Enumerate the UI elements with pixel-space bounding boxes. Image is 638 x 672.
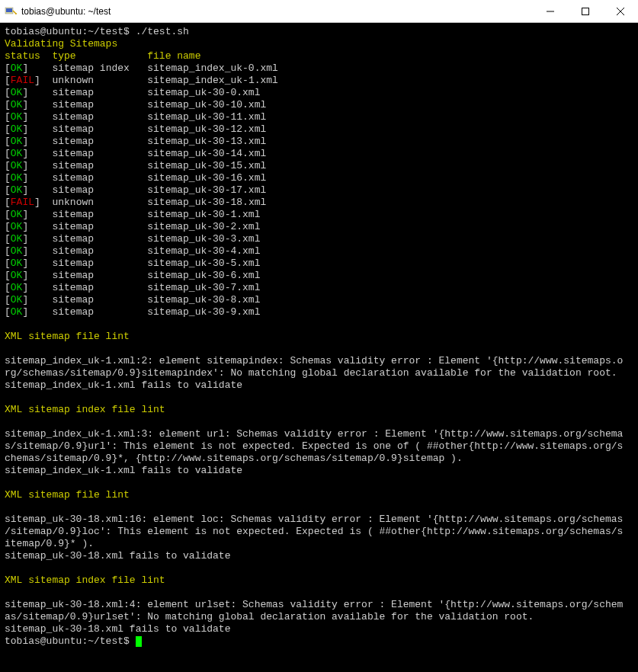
status-row: [OK] sitemap sitemap_uk-30-2.xml <box>5 221 260 232</box>
status-row: [OK] sitemap sitemap_uk-30-9.xml <box>5 306 260 318</box>
error-message: itemap/0.9}* ). <box>5 538 94 549</box>
window-buttons <box>533 0 638 22</box>
svg-rect-1 <box>6 8 12 12</box>
status-row: [FAIL] unknown sitemap_uk-30-18.xml <box>5 197 266 208</box>
error-message: sitemap_index_uk-1.xml:2: element sitema… <box>5 355 623 366</box>
status-row: [FAIL] unknown sitemap_index_uk-1.xml <box>5 75 278 86</box>
status-row: [OK] sitemap sitemap_uk-30-1.xml <box>5 209 260 220</box>
status-row: [OK] sitemap sitemap_uk-30-14.xml <box>5 148 266 159</box>
status-row: [OK] sitemap index sitemap_index_uk-0.xm… <box>5 62 278 74</box>
cursor <box>136 636 142 647</box>
error-message: rg/schemas/sitemap/0.9}sitemapindex': No… <box>5 367 617 379</box>
error-message: sitemap_index_uk-1.xml:3: element url: S… <box>5 428 623 440</box>
status-row: [OK] sitemap sitemap_uk-30-16.xml <box>5 172 266 184</box>
status-row: [OK] sitemap sitemap_uk-30-3.xml <box>5 233 260 245</box>
status-row: [OK] sitemap sitemap_uk-30-4.xml <box>5 245 260 257</box>
close-button[interactable] <box>603 0 638 22</box>
error-message: as/sitemap/0.9}urlset': No matching glob… <box>5 611 534 622</box>
prompt: tobias@ubuntu:~/test$ <box>5 26 136 37</box>
status-row: [OK] sitemap sitemap_uk-30-15.xml <box>5 160 266 171</box>
window-titlebar: tobias@ubuntu: ~/test <box>0 0 638 23</box>
status-row: [OK] sitemap sitemap_uk-30-17.xml <box>5 184 266 196</box>
status-row: [OK] sitemap sitemap_uk-30-11.xml <box>5 111 266 123</box>
prompt: tobias@ubuntu:~/test$ <box>5 635 136 647</box>
status-row: [OK] sitemap sitemap_uk-30-5.xml <box>5 258 260 269</box>
status-row: [OK] sitemap sitemap_uk-30-13.xml <box>5 136 266 147</box>
status-row: [OK] sitemap sitemap_uk-30-8.xml <box>5 294 260 306</box>
error-message: /sitemap/0.9}loc': This element is not e… <box>5 526 623 537</box>
error-message: sitemap_uk-30-18.xml:16: element loc: Sc… <box>5 514 623 525</box>
putty-icon <box>5 5 17 18</box>
lint-heading: XML sitemap file lint <box>5 489 130 501</box>
lint-heading: XML sitemap index file lint <box>5 574 165 586</box>
window-title: tobias@ubuntu: ~/test <box>21 6 533 17</box>
status-row: [OK] sitemap sitemap_uk-30-12.xml <box>5 123 266 135</box>
error-message: sitemap_uk-30-18.xml fails to validate <box>5 550 230 562</box>
error-message: sitemap_uk-30-18.xml fails to validate <box>5 623 230 635</box>
terminal[interactable]: tobias@ubuntu:~/test$ ./test.sh Validati… <box>0 23 638 672</box>
error-message: sitemap_index_uk-1.xml fails to validate <box>5 465 242 476</box>
svg-point-3 <box>15 13 17 14</box>
status-row: [OK] sitemap sitemap_uk-30-10.xml <box>5 99 266 110</box>
header-row: status type file name <box>5 50 200 62</box>
lint-heading: XML sitemap index file lint <box>5 404 165 415</box>
error-message: chemas/sitemap/0.9}*, {http://www.sitema… <box>5 453 463 464</box>
error-message: s/sitemap/0.9}url': This element is not … <box>5 440 623 452</box>
error-message: sitemap_uk-30-18.xml:4: element urlset: … <box>5 599 623 610</box>
minimize-button[interactable] <box>533 0 568 22</box>
error-message: sitemap_index_uk-1.xml fails to validate <box>5 379 242 391</box>
status-row: [OK] sitemap sitemap_uk-30-7.xml <box>5 282 260 293</box>
status-row: [OK] sitemap sitemap_uk-30-6.xml <box>5 270 260 281</box>
svg-rect-5 <box>582 8 589 14</box>
lint-heading: XML sitemap file lint <box>5 331 130 342</box>
heading-validating: Validating Sitemaps <box>5 38 117 50</box>
command: ./test.sh <box>136 26 189 37</box>
status-row: [OK] sitemap sitemap_uk-30-0.xml <box>5 87 260 98</box>
maximize-button[interactable] <box>568 0 603 22</box>
